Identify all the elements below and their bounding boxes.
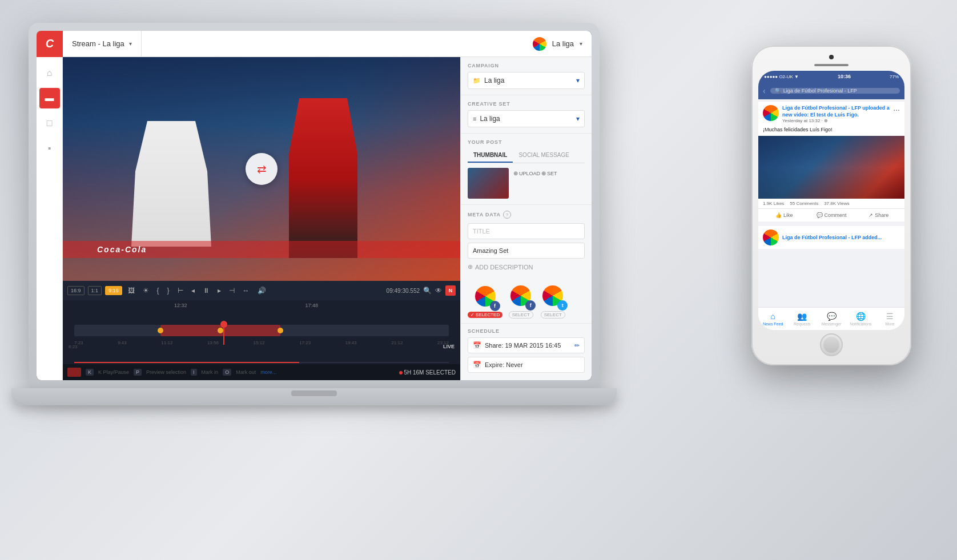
sidebar-item-chart[interactable]: ▪: [39, 138, 60, 159]
image-icon[interactable]: 🖼: [126, 285, 137, 296]
fb-nav-requests[interactable]: 👥 Requests: [787, 312, 817, 326]
upload-icon: ⊕: [513, 170, 518, 176]
phone-inner: ●●●●● O2-UK ▼ 10:36 77% ‹ 🔍 Liga de Fútb…: [758, 71, 904, 330]
social-badge-3[interactable]: t: [539, 282, 566, 309]
bracket-close-icon[interactable]: }: [165, 285, 172, 296]
fb-post-more-icon[interactable]: ···: [893, 105, 900, 114]
eye-icon[interactable]: 👁: [435, 287, 442, 295]
sidebar-item-home[interactable]: ⌂: [39, 63, 60, 83]
timeline-markers: 7:23 9:43 11:12 13:56 15:12 17:23 19:43 …: [63, 340, 460, 345]
social-badge-1[interactable]: f: [472, 283, 499, 310]
twitter-overlay-icon: t: [557, 300, 568, 311]
more-link[interactable]: more...: [260, 369, 276, 375]
set-action[interactable]: ⊕ SET: [541, 170, 557, 176]
fb-notifications-icon: 🌐: [856, 312, 866, 321]
phone-carrier: ●●●●● O2-UK ▼: [764, 74, 799, 79]
metadata-section: META DATA ? ⊕ ADD DESCRIPTION: [461, 205, 592, 277]
fb-nav-notifications[interactable]: 🌐 Notifications: [846, 312, 875, 326]
trim-right-icon[interactable]: ⊣: [227, 285, 237, 296]
ratio-9-16-button[interactable]: 9:16: [105, 286, 122, 295]
timeline-area: 12:32 17:48: [63, 300, 460, 380]
campaign-select[interactable]: 📁 La liga ▾: [468, 72, 585, 89]
volume-icon[interactable]: 🔊: [255, 285, 268, 296]
timeline-playhead[interactable]: [220, 321, 227, 328]
title-value-input[interactable]: [468, 243, 585, 259]
phone-time: 10:36: [838, 74, 851, 79]
zoom-icon[interactable]: 🔍: [423, 287, 432, 295]
fb-content: Liga de Fútbol Profesional - LFP uploade…: [758, 99, 904, 307]
league-chevron-icon: ▾: [580, 41, 582, 47]
tab-social-message[interactable]: SOCIAL MESSAGE: [513, 148, 575, 163]
metadata-help-icon[interactable]: ?: [503, 211, 511, 219]
logo-area: C: [37, 31, 63, 57]
player-white: [131, 121, 211, 247]
marker-5: 15:12: [254, 340, 265, 345]
start-time-label: 6:23: [69, 344, 78, 349]
creative-set-select[interactable]: ≡ La liga ▾: [468, 110, 585, 127]
fb-requests-icon: 👥: [797, 312, 807, 321]
fb-more-label: More: [885, 322, 894, 326]
fb-nav-news-feed[interactable]: ⌂ News Feed: [758, 312, 787, 326]
fb-news-feed-icon: ⌂: [770, 312, 775, 321]
fb-like-icon: 👍: [775, 212, 782, 218]
trim-left-icon[interactable]: ⊢: [175, 285, 186, 296]
fb-image-overlay: [758, 136, 904, 199]
phone: ●●●●● O2-UK ▼ 10:36 77% ‹ 🔍 Liga de Fútb…: [751, 46, 911, 365]
hint-play: K Play/Pause: [98, 369, 129, 375]
fb-nav-bar: ‹ 🔍 Liga de Fútbol Profesional - LFP: [758, 82, 904, 99]
set-icon: ⊕: [541, 170, 546, 176]
metadata-header: META DATA ?: [468, 211, 585, 219]
social-badge-2[interactable]: f: [507, 282, 534, 309]
pause-icon[interactable]: ⏸: [200, 285, 212, 296]
thumbnail-preview: [468, 168, 509, 199]
upload-action[interactable]: ⊕ UPLOAD: [513, 170, 540, 176]
shortcut-k: K: [86, 369, 94, 376]
phone-home-inner: [823, 337, 839, 353]
ratio-1-1-button[interactable]: 1:1: [88, 286, 102, 295]
player-red: [289, 98, 357, 258]
hint-mark-out: Mark out: [236, 369, 256, 375]
step-forward-icon[interactable]: ▸: [215, 285, 223, 296]
timeline-handle-end[interactable]: [278, 328, 283, 333]
phone-speaker: [814, 64, 849, 66]
timeline-handle-mid[interactable]: [218, 328, 223, 333]
bracket-open-icon[interactable]: {: [155, 285, 162, 296]
record-button[interactable]: N: [445, 285, 456, 296]
step-back-icon[interactable]: ◂: [189, 285, 197, 296]
shortcut-o: O: [223, 369, 231, 376]
stream-label: Stream - La liga: [72, 39, 124, 48]
fb-share-button[interactable]: ↗ Share: [855, 209, 902, 221]
hint-mark-in: Mark in: [202, 369, 219, 375]
tab-thumbnail[interactable]: THUMBNAIL: [468, 148, 513, 163]
fb-nav-messenger[interactable]: 💬 Messenger: [817, 312, 846, 326]
sidebar-item-video[interactable]: ▬: [39, 88, 60, 108]
fb-back-icon[interactable]: ‹: [763, 86, 766, 95]
add-desc-label: ADD DESCRIPTION: [475, 264, 533, 271]
phone-camera: [829, 55, 834, 59]
fb-comment-button[interactable]: 💬 Comment: [808, 209, 855, 221]
fb-like-button[interactable]: 👍 Like: [761, 209, 808, 221]
sidebar-item-folder[interactable]: □: [39, 113, 60, 134]
stream-selector[interactable]: Stream - La liga ▾: [63, 31, 142, 57]
top-bar-right: La liga ▾: [533, 37, 592, 51]
fb-nav-more[interactable]: ☰ More: [875, 312, 904, 326]
ratio-16-9-button[interactable]: 16:9: [67, 286, 85, 295]
campaign-icon: 📁: [473, 77, 481, 84]
arrow-icon[interactable]: ↔: [240, 285, 252, 296]
timeline-handle-start[interactable]: [158, 328, 163, 333]
phone-home-button[interactable]: [820, 333, 843, 356]
fb-notifications-label: Notifications: [850, 322, 871, 326]
phone-battery: 77%: [890, 74, 899, 79]
edit-schedule-icon[interactable]: ✏: [574, 342, 580, 349]
selected-label-1: SELECTED: [476, 312, 500, 317]
fb-views: 37.8K Views: [824, 201, 849, 206]
top-bar: C Stream - La liga ▾ La liga ▾: [37, 31, 592, 57]
title-input[interactable]: [468, 223, 585, 239]
add-description-button[interactable]: ⊕ ADD DESCRIPTION: [468, 262, 585, 272]
right-panel: CAMPAIGN 📁 La liga ▾ CREATIVE SET: [460, 57, 592, 380]
play-button[interactable]: ⇄: [246, 153, 278, 185]
marker-2: 9:43: [118, 340, 127, 345]
your-post-label: YOUR POST: [468, 139, 585, 145]
sun-icon[interactable]: ☀: [140, 285, 151, 296]
stream-chevron-icon: ▾: [129, 41, 132, 47]
